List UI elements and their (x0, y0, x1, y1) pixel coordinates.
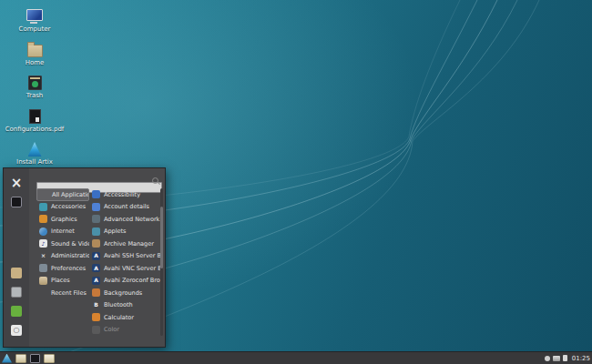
launcher-icon (44, 354, 55, 363)
terminal-button[interactable] (11, 197, 22, 207)
app-label: Advanced Network Configura... (104, 216, 160, 223)
desktop-icon-label: Home (2, 59, 67, 66)
desktop-icon-trash[interactable]: Trash (2, 74, 67, 107)
category-icon (40, 190, 48, 198)
taskbar: 01:25 (0, 351, 592, 364)
application-menu: ×○ All Applications Accessories Graphics… (3, 167, 166, 348)
scrollbar-thumb[interactable] (160, 207, 163, 268)
search-icon (152, 177, 158, 184)
desktop-icon-label: Computer (2, 25, 67, 33)
tray-icons (545, 355, 567, 361)
desktop-icon-list: Computer Home Trash Configurations.pdf I… (2, 7, 67, 174)
desktop-icon-configurations-pdf[interactable]: Configurations.pdf (2, 107, 67, 141)
menu-category-item[interactable]: ♪ Sound & Video (36, 238, 89, 250)
app-label: Avahi VNC Server Browser (104, 265, 160, 272)
app-label: Applets (104, 228, 126, 235)
menu-category-item[interactable]: Internet (36, 226, 89, 238)
category-label: Preferences (51, 265, 86, 272)
app-icon (92, 203, 100, 211)
clock[interactable]: 01:25 (572, 355, 590, 362)
app-label: Bluetooth (104, 301, 133, 308)
power-manager-icon[interactable] (563, 355, 567, 361)
menu-category-item[interactable]: × Administration (36, 250, 89, 263)
category-label: Accessories (51, 203, 86, 210)
menu-app-item[interactable]: A Avahi VNC Server Browser (89, 262, 160, 275)
category-label: All Applications (52, 191, 89, 198)
app-icon (92, 228, 100, 236)
home-folder-icon (27, 45, 43, 57)
menu-category-item[interactable]: Preferences (36, 262, 89, 275)
app-label: Account details (104, 203, 149, 210)
menu-app-item[interactable]: Account details (89, 201, 160, 214)
menu-app-item[interactable]: Accessibility (89, 188, 160, 201)
app-list-scrollbar (160, 188, 163, 336)
artix-installer-icon (28, 142, 42, 157)
menu-category-item[interactable]: Accessories (36, 201, 89, 214)
file-manager-launcher[interactable] (15, 354, 26, 363)
category-icon (39, 228, 47, 236)
app-icon: B (92, 301, 100, 309)
terminal-launcher[interactable] (30, 354, 40, 363)
category-label: Places (51, 277, 70, 284)
category-list: All Applications Accessories Graphics In… (36, 188, 89, 299)
desktop-icon-label: Trash (2, 92, 67, 99)
app-icon (92, 215, 100, 223)
desktop-icon-label: Install Artix (2, 158, 67, 166)
file-manager-button[interactable] (11, 268, 22, 278)
menu-category-item[interactable]: Places (36, 275, 89, 288)
shut-down-button[interactable]: ○ (11, 325, 22, 336)
launcher-icon (15, 354, 26, 363)
category-icon (39, 203, 47, 211)
category-icon (39, 288, 47, 297)
volume-icon[interactable] (545, 356, 550, 361)
system-tray: 01:25 (545, 352, 590, 364)
menu-category-item[interactable]: Graphics (36, 213, 89, 226)
log-out-button[interactable] (11, 306, 22, 317)
desktop-icon-label: Configurations.pdf (2, 126, 67, 133)
category-label: Internet (51, 228, 75, 235)
category-icon: × (39, 252, 47, 260)
app-label: Calculator (104, 314, 134, 321)
menu-app-item[interactable]: A Avahi SSH Server Browser (89, 250, 160, 263)
app-icon (92, 313, 100, 321)
taskbar-launchers (0, 354, 55, 363)
pdf-file-icon (29, 109, 41, 124)
search-box (36, 176, 162, 187)
menu-category-item[interactable]: Recent Files (36, 287, 89, 299)
app-menu-button[interactable] (2, 354, 12, 363)
menu-app-item[interactable]: Applets (89, 226, 160, 238)
app-icon (92, 326, 100, 334)
menu-app-item[interactable]: Advanced Network Configura... (89, 213, 160, 226)
app-label: Accessibility (104, 191, 140, 198)
application-list: Accessibility Account details Advanced N… (89, 188, 160, 336)
network-icon[interactable] (553, 356, 560, 361)
category-label: Sound & Video (51, 240, 89, 248)
desktop-icon-home[interactable]: Home (2, 41, 67, 75)
app-label: Avahi Zeroconf Browser (104, 277, 160, 284)
settings-button[interactable]: × (11, 177, 22, 188)
menu-app-item[interactable]: Archive Manager (89, 238, 160, 250)
files-launcher[interactable] (44, 354, 55, 363)
menu-app-item[interactable]: Color (89, 324, 160, 337)
app-label: Archive Manager (104, 240, 154, 248)
trash-icon (28, 76, 42, 90)
menu-category-item[interactable]: All Applications (36, 188, 89, 201)
lock-screen-button[interactable] (11, 287, 22, 298)
menu-app-item[interactable]: B Bluetooth (89, 299, 160, 312)
category-icon (39, 215, 47, 223)
category-label: Graphics (51, 216, 77, 223)
category-icon: ♪ (39, 239, 47, 248)
app-label: Avahi SSH Server Browser (104, 252, 160, 259)
desktop-icon-computer[interactable]: Computer (2, 7, 67, 41)
menu-app-item[interactable]: Backgrounds (89, 287, 160, 299)
app-label: Color (104, 326, 119, 333)
launcher-icon (30, 354, 40, 363)
computer-icon (26, 9, 43, 21)
app-icon: A (92, 252, 100, 260)
menu-app-item[interactable]: Calculator (89, 311, 160, 324)
category-icon (39, 264, 47, 272)
app-icon (92, 190, 100, 198)
launcher-icon (2, 354, 12, 363)
app-icon (92, 288, 100, 297)
menu-app-item[interactable]: A Avahi Zeroconf Browser (89, 275, 160, 288)
